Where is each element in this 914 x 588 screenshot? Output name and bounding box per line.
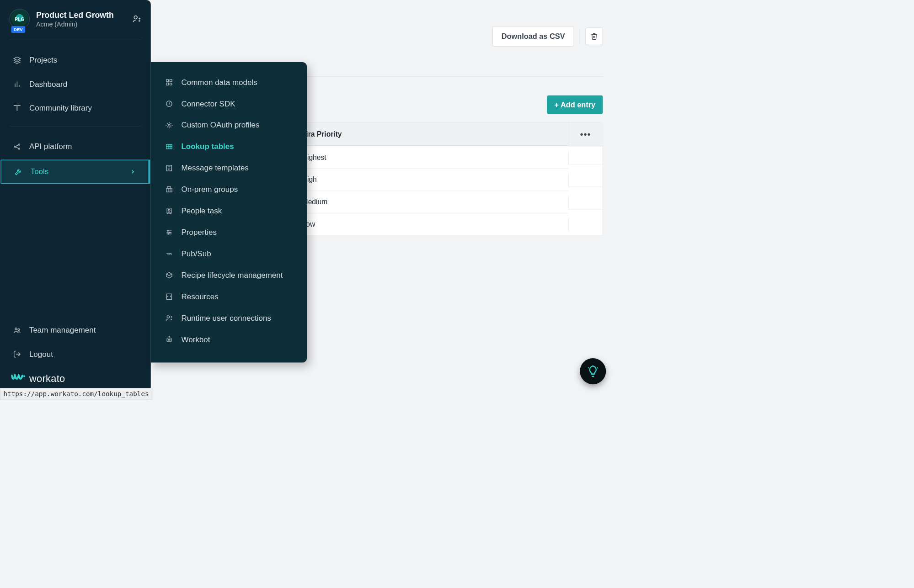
download-csv-button[interactable]: Download as CSV	[492, 26, 574, 47]
tool-icon	[165, 185, 174, 193]
svg-point-37	[167, 230, 168, 231]
workspace-avatar[interactable]: PLG DEV	[9, 9, 30, 29]
cell: High	[294, 169, 568, 191]
svg-rect-28	[166, 188, 172, 192]
tools-item-workbot[interactable]: Workbot	[151, 328, 307, 350]
sidebar-item-label: Dashboard	[29, 79, 67, 89]
tool-icon	[165, 122, 174, 129]
svg-point-39	[168, 233, 169, 234]
users-icon	[12, 326, 21, 334]
tools-item-people-task[interactable]: People task	[151, 200, 307, 222]
workspace-name: Product Led Growth	[36, 10, 114, 20]
svg-point-43	[168, 339, 169, 340]
sidebar-item-label: Projects	[29, 56, 57, 65]
svg-point-7	[18, 148, 20, 149]
svg-point-41	[167, 316, 169, 318]
more-icon: •••	[580, 129, 591, 139]
tools-item-common-data-models[interactable]: Common data models	[151, 71, 307, 93]
tools-item-label: Properties	[181, 228, 216, 237]
svg-marker-1	[14, 57, 21, 60]
svg-point-6	[18, 144, 20, 145]
tools-item-label: Lookup tables	[181, 142, 234, 151]
tool-icon	[165, 100, 174, 107]
sidebar-item-team[interactable]: Team management	[0, 319, 151, 342]
tools-item-label: People task	[181, 207, 222, 216]
tools-item-label: On-prem groups	[181, 185, 238, 194]
sidebar-item-label: Team management	[29, 326, 96, 335]
brand-name: workato	[29, 373, 65, 384]
svg-line-48	[588, 368, 589, 368]
brand: workato	[0, 366, 151, 387]
sidebar-item-projects[interactable]: Projects	[0, 49, 151, 72]
tools-item-label: Common data models	[181, 78, 257, 87]
svg-point-11	[18, 328, 20, 330]
svg-rect-14	[166, 79, 169, 82]
row-actions[interactable]	[568, 173, 603, 187]
tool-icon	[165, 164, 174, 171]
add-entry-button[interactable]: + Add entry	[547, 95, 603, 114]
svg-point-5	[15, 146, 16, 147]
svg-point-13	[23, 375, 25, 377]
column-header[interactable]: Jira Priority	[294, 123, 568, 146]
sidebar-item-community[interactable]: Community library	[0, 96, 151, 119]
tools-item-custom-oauth-profiles[interactable]: Custom OAuth profiles	[151, 114, 307, 136]
tool-icon	[165, 143, 174, 150]
tools-item-connector-sdk[interactable]: Connector SDK	[151, 93, 307, 114]
tools-item-label: Custom OAuth profiles	[181, 121, 259, 130]
tools-item-resources[interactable]: Resources	[151, 286, 307, 307]
sidebar-item-label: Tools	[31, 167, 49, 176]
tool-icon	[165, 271, 174, 279]
tool-icon	[165, 293, 174, 300]
workato-logo-icon	[11, 374, 25, 384]
divider	[9, 126, 141, 127]
tools-item-label: Pub/Sub	[181, 249, 211, 258]
sidebar-item-label: Logout	[29, 350, 53, 359]
row-actions[interactable]	[568, 217, 603, 231]
chevron-right-icon	[130, 169, 136, 175]
sidebar-item-tools[interactable]: Tools	[0, 160, 150, 184]
tools-item-properties[interactable]: Properties	[151, 222, 307, 243]
sidebar-item-api-platform[interactable]: API platform	[0, 135, 151, 158]
help-fab[interactable]	[580, 358, 606, 384]
delete-button[interactable]	[585, 28, 603, 45]
share-icon	[12, 143, 21, 151]
tools-item-label: Resources	[181, 292, 218, 301]
tools-item-lookup-tables[interactable]: Lookup tables	[151, 136, 307, 157]
sidebar-item-logout[interactable]: Logout	[0, 343, 151, 366]
tool-icon	[165, 228, 174, 236]
switch-workspace-icon[interactable]	[132, 14, 141, 23]
svg-rect-15	[170, 79, 172, 82]
tools-item-label: Connector SDK	[181, 99, 235, 108]
tools-item-label: Workbot	[181, 335, 210, 344]
row-actions[interactable]	[568, 150, 603, 164]
tools-item-on-prem-groups[interactable]: On-prem groups	[151, 179, 307, 200]
tools-item-pub-sub[interactable]: Pub/Sub	[151, 243, 307, 265]
tools-item-label: Recipe lifecycle management	[181, 270, 283, 280]
trash-icon	[590, 32, 598, 40]
cell: Low	[294, 213, 568, 235]
tools-item-label: Message templates	[181, 164, 248, 173]
sidebar-item-label: API platform	[29, 142, 72, 151]
tool-icon	[165, 336, 174, 343]
column-actions[interactable]: •••	[568, 122, 603, 146]
tools-submenu: Common data modelsConnector SDKCustom OA…	[151, 62, 307, 363]
tools-item-recipe-lifecycle-management[interactable]: Recipe lifecycle management	[151, 265, 307, 286]
svg-rect-40	[166, 294, 171, 299]
env-badge: DEV	[11, 26, 25, 33]
svg-point-38	[169, 232, 170, 233]
svg-rect-29	[168, 186, 171, 188]
workspace-org: Acme (Admin)	[36, 21, 114, 28]
tools-item-runtime-user-connections[interactable]: Runtime user connections	[151, 307, 307, 329]
sidebar-item-label: Community library	[29, 103, 92, 112]
tools-item-message-templates[interactable]: Message templates	[151, 157, 307, 179]
lightbulb-icon	[587, 365, 599, 377]
svg-point-10	[15, 328, 17, 329]
svg-point-33	[168, 209, 170, 211]
svg-point-46	[169, 336, 169, 337]
svg-point-19	[168, 124, 170, 126]
svg-rect-16	[166, 83, 169, 85]
row-actions[interactable]	[568, 195, 603, 209]
status-url: https://app.workato.com/lookup_tables	[0, 388, 152, 400]
logout-icon	[12, 350, 21, 358]
sidebar-item-dashboard[interactable]: Dashboard	[0, 73, 151, 95]
